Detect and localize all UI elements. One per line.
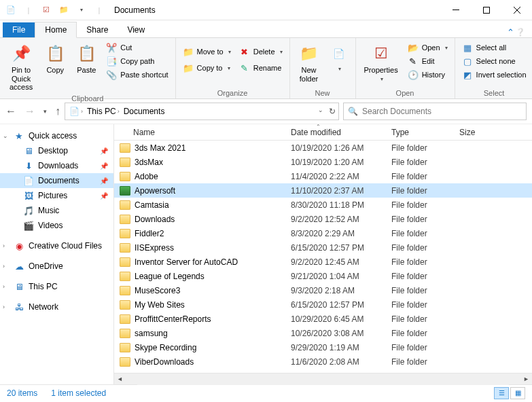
forward-button[interactable]: → <box>24 105 35 117</box>
sidebar-item-documents[interactable]: 📄Documents📌 <box>0 173 113 188</box>
move-to-button[interactable]: 📁Move to <box>180 45 234 58</box>
sidebar-item-quick-access[interactable]: ⌄★Quick access <box>0 128 113 143</box>
scroll-left-icon[interactable]: ◄ <box>114 376 126 382</box>
column-header-name[interactable]: Name <box>114 128 285 137</box>
creative-label: Creative Cloud Files <box>29 241 102 251</box>
sidebar-item-onedrive[interactable]: ›☁OneDrive <box>0 259 113 274</box>
select-all-icon: ▦ <box>462 42 473 53</box>
select-all-button[interactable]: ▦Select all <box>459 41 529 54</box>
bc-this-pc[interactable]: This PC › <box>86 107 121 116</box>
file-name: IISExpress <box>135 243 174 253</box>
edit-button[interactable]: ✎Edit <box>405 55 450 67</box>
breadcrumb[interactable]: 📄 › This PC › Documents ⌄ ↻ <box>65 103 339 120</box>
tab-share[interactable]: Share <box>77 22 118 37</box>
edit-label: Edit <box>422 57 435 65</box>
bc-dropdown-icon[interactable]: ⌄ <box>318 107 323 116</box>
star-icon: ★ <box>14 130 24 141</box>
nav-arrows: ← → ▾ ↑ <box>5 105 60 117</box>
file-row[interactable]: My Web Sites6/15/2020 12:57 PMFile folde… <box>114 297 532 312</box>
file-row[interactable]: Apowersoft11/10/2020 2:37 AMFile folder <box>114 183 532 198</box>
file-type: File folder <box>386 329 454 338</box>
sidebar-item-pictures[interactable]: 🖼Pictures📌 <box>0 188 113 203</box>
file-row[interactable]: 3dsMax10/19/2020 1:20 AMFile folder <box>114 155 532 169</box>
rename-button[interactable]: ✎Rename <box>236 62 285 74</box>
videos-label: Videos <box>38 221 63 230</box>
column-header-date[interactable]: Date modified <box>285 128 386 137</box>
tab-file[interactable]: File <box>3 22 35 37</box>
history-button[interactable]: 🕑History <box>405 69 450 81</box>
scroll-right-icon[interactable]: ► <box>520 376 532 382</box>
pin-to-quick-access-button[interactable]: 📌 Pin to Quick access <box>4 41 38 93</box>
bc-documents[interactable]: Documents <box>122 107 166 116</box>
file-row[interactable]: ProffittCenterReports10/29/2020 6:45 AMF… <box>114 312 532 326</box>
minimize-button[interactable] <box>440 0 471 20</box>
tab-home[interactable]: Home <box>35 22 77 38</box>
close-button[interactable] <box>501 0 532 20</box>
file-type: File folder <box>386 343 454 352</box>
copy-label: Copy <box>46 66 64 75</box>
window-title: Documents <box>114 5 156 15</box>
icons-view-button[interactable]: ▦ <box>510 387 525 399</box>
search-box[interactable]: 🔍 <box>343 103 527 120</box>
qat-dropdown-icon[interactable]: ▾ <box>75 3 88 17</box>
column-header-type[interactable]: Type <box>386 128 454 137</box>
file-row[interactable]: IISExpress6/15/2020 12:57 PMFile folder <box>114 240 532 255</box>
qat-properties-icon[interactable]: ☑ <box>39 3 53 17</box>
recent-dropdown[interactable]: ▾ <box>43 108 47 115</box>
help-icon[interactable]: ❔ <box>516 28 525 37</box>
invert-selection-button[interactable]: ◩Invert selection <box>459 69 529 81</box>
copy-path-button[interactable]: 📑Copy path <box>103 55 171 67</box>
cut-button[interactable]: ✂️Cut <box>103 41 171 54</box>
search-input[interactable] <box>362 107 522 116</box>
tab-view[interactable]: View <box>118 22 154 37</box>
file-row[interactable]: Camtasia8/30/2020 11:18 PMFile folder <box>114 198 532 212</box>
sidebar-item-this-pc[interactable]: ›🖥This PC <box>0 279 113 294</box>
sidebar-item-creative-cloud[interactable]: ›◉Creative Cloud Files <box>0 238 113 253</box>
file-date: 9/3/2020 2:18 AM <box>285 286 386 295</box>
sidebar-item-videos[interactable]: 🎬Videos <box>0 218 113 233</box>
refresh-button[interactable]: ↻ <box>329 107 336 116</box>
status-item-count: 20 items <box>7 388 37 398</box>
file-row[interactable]: Downloads9/2/2020 12:52 AMFile folder <box>114 212 532 226</box>
bc-root-icon[interactable]: 📄 › <box>68 107 84 116</box>
select-none-button[interactable]: ▢Select none <box>459 55 529 67</box>
column-header-size[interactable]: Size <box>454 128 495 137</box>
paste-button[interactable]: 📋 Paste <box>72 41 101 76</box>
copy-to-button[interactable]: 📁Copy to <box>180 62 234 74</box>
file-name: 3ds Max 2021 <box>135 143 185 153</box>
file-row[interactable]: samsung10/26/2020 3:08 AMFile folder <box>114 326 532 340</box>
file-name: ViberDownloads <box>135 357 194 367</box>
up-button[interactable]: ↑ <box>55 105 60 117</box>
details-view-button[interactable]: ☰ <box>494 387 509 399</box>
file-row[interactable]: Adobe11/4/2020 2:22 AMFile folder <box>114 169 532 183</box>
group-label-select: Select <box>459 88 529 98</box>
scroll-track[interactable] <box>137 373 509 385</box>
new-item-button[interactable]: 📄 <box>327 41 351 73</box>
file-date: 10/19/2020 1:26 AM <box>285 143 386 153</box>
file-row[interactable]: Fiddler28/3/2020 2:29 AMFile folder <box>114 226 532 240</box>
ribbon-collapse-button[interactable]: ⌃ ❔ <box>507 27 525 37</box>
new-folder-button[interactable]: 📁 New folder <box>294 41 324 84</box>
file-row[interactable]: Inventor Server for AutoCAD9/2/2020 12:4… <box>114 255 532 269</box>
back-button[interactable]: ← <box>5 105 16 117</box>
sidebar-item-desktop[interactable]: 🖥Desktop📌 <box>0 143 113 158</box>
open-button[interactable]: 📂Open <box>405 41 450 54</box>
pin-icon: 📌 <box>100 162 108 170</box>
file-row[interactable]: ViberDownloads11/6/2020 2:08 AMFile fold… <box>114 354 532 369</box>
copy-button[interactable]: 📋 Copy <box>41 41 69 76</box>
file-row[interactable]: 3ds Max 202110/19/2020 1:26 AMFile folde… <box>114 141 532 155</box>
sidebar-item-music[interactable]: 🎵Music <box>0 203 113 218</box>
sidebar-item-downloads[interactable]: ⬇Downloads📌 <box>0 158 113 173</box>
file-date: 8/30/2020 11:18 PM <box>285 200 386 210</box>
paste-shortcut-button[interactable]: 📎Paste shortcut <box>103 69 171 81</box>
file-row[interactable]: Skype Recording9/29/2020 1:19 AMFile fol… <box>114 340 532 354</box>
file-row[interactable]: MuseScore39/3/2020 2:18 AMFile folder <box>114 283 532 297</box>
properties-button[interactable]: ☑ Properties <box>360 41 402 84</box>
delete-button[interactable]: ✖Delete <box>236 45 285 58</box>
sidebar-item-network[interactable]: ›🖧Network <box>0 299 113 314</box>
delete-label: Delete <box>253 48 275 56</box>
file-row[interactable]: League of Legends9/21/2020 1:04 AMFile f… <box>114 269 532 283</box>
downloads-icon: ⬇ <box>23 160 34 171</box>
horizontal-scrollbar[interactable]: ◄ ► <box>114 373 532 384</box>
maximize-button[interactable] <box>471 0 501 20</box>
